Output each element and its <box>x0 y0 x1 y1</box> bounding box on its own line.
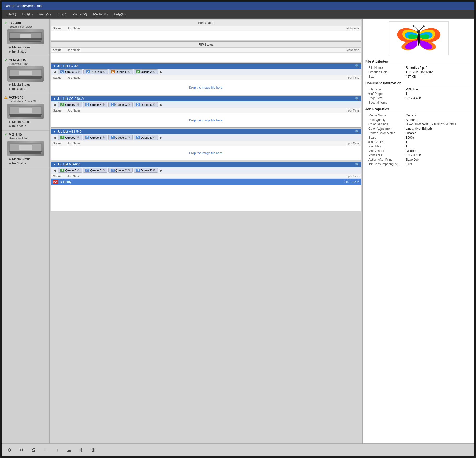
gear-icon-c-mg640[interactable]: ⚙ <box>128 169 130 172</box>
gear-icon-c-lg300[interactable]: ⚙ <box>77 70 80 73</box>
collapse-btn-co640uv[interactable]: ▼ <box>53 97 56 100</box>
attr-row-tiles: # of Tiles 1 <box>365 145 472 148</box>
queue-prev-mg640[interactable]: ◀ <box>53 168 57 172</box>
job-table-header-vg3540: Status Job Name Input Time <box>51 141 361 146</box>
queue-tab-d-co640uv[interactable]: D Queue D ⚙ <box>134 102 158 107</box>
attr-value-inkconsumption: 0.09 <box>406 162 472 166</box>
queue-tab-d-vg3540[interactable]: D Queue D ⚙ <box>134 135 158 140</box>
job-table-header-lg300: Status Job Name Input Time <box>51 75 361 80</box>
drop-zone-lg300[interactable]: Drop the image file here. <box>51 80 361 95</box>
attr-row-creation-date: Creation Date 1/11/2023 15:07:02 <box>365 70 472 74</box>
attr-value-printercolormatch: Disable <box>406 131 472 135</box>
menu-media[interactable]: Media(M) <box>91 11 110 17</box>
collapse-btn-vg3540[interactable]: ▼ <box>53 130 56 133</box>
drop-zone-vg3540[interactable]: Drop the image file here. <box>51 146 361 160</box>
queue-tab-a-co640uv[interactable]: A Queue A ⚙ <box>58 102 82 107</box>
queue-tab-d-mg640[interactable]: D Queue D ⚙ <box>134 168 158 173</box>
gear-icon-b-mg640[interactable]: ⚙ <box>102 169 105 172</box>
queue-prev-co640uv[interactable]: ◀ <box>53 103 57 107</box>
collapse-btn-mg640[interactable]: ▼ <box>53 163 56 166</box>
queue-tab-e-lg300[interactable]: E Queue E ⚙ <box>109 69 133 74</box>
queue-next-mg640[interactable]: ▶ <box>159 168 163 172</box>
drop-zone-co640uv[interactable]: Drop the image file here. <box>51 113 361 127</box>
printer-name-co640uv[interactable]: CO-640UV <box>4 58 47 62</box>
search-btn-vg3540[interactable]: 🔍 <box>355 130 359 133</box>
queue-next-vg3540[interactable]: ▶ <box>159 135 163 140</box>
collapse-btn-lg300[interactable]: ▼ <box>53 65 56 67</box>
menu-edit[interactable]: Edit(E) <box>20 11 35 17</box>
loading-button[interactable]: ✳ <box>77 445 86 455</box>
search-btn-co640uv[interactable]: 🔍 <box>355 97 359 101</box>
queue-tab-d-lg300[interactable]: D Queue D ⚙ <box>83 69 108 74</box>
queue-tab-c-lg300[interactable]: C Queue C ⚙ <box>58 69 82 74</box>
printer-name-lg300[interactable]: LG-300 <box>4 21 47 25</box>
queue-tab-b-vg3540[interactable]: B Queue B ⚙ <box>83 135 107 140</box>
cloud-button[interactable]: ☁ <box>65 445 74 455</box>
attr-label-medianame: Media Name <box>365 114 406 117</box>
attr-value-specialitems <box>406 101 472 104</box>
ink-status-link-lg300[interactable]: Ink Status <box>9 49 47 54</box>
search-btn-lg300[interactable]: 🔍 <box>355 64 359 68</box>
queue-tab-a-mg640[interactable]: A Queue A ⚙ <box>58 168 82 173</box>
delete-button[interactable]: 🗑 <box>89 445 98 455</box>
rip-status-header: Status Job Name Nickname <box>51 48 361 53</box>
queue-next-co640uv[interactable]: ▶ <box>159 103 163 107</box>
gear-icon-a-co640uv[interactable]: ⚙ <box>77 103 80 106</box>
media-status-link-co640uv[interactable]: Media Status <box>9 83 47 87</box>
gear-icon-c-vg3540[interactable]: ⚙ <box>128 136 130 139</box>
menu-printer[interactable]: Printer(P) <box>70 11 90 17</box>
ink-status-link-mg640[interactable]: Ink Status <box>9 161 47 165</box>
gear-icon-c-co640uv[interactable]: ⚙ <box>128 103 130 106</box>
queue-tab-c-co640uv[interactable]: C Queue C ⚙ <box>108 102 133 107</box>
queue-tabs-vg3540: ◀ A Queue A ⚙ B Queue B ⚙ C Queue C ⚙ <box>51 134 361 141</box>
job-row-butterfly[interactable]: PDF Butterfly 11/01 15:07 <box>51 179 361 185</box>
right-panel: File Attributes File Name Butterfly v2.p… <box>362 19 474 443</box>
queue-tab-b-mg640[interactable]: B Queue B ⚙ <box>83 168 107 173</box>
queue-tab-c-mg640[interactable]: C Queue C ⚙ <box>108 168 133 173</box>
gear-icon-b-vg3540[interactable]: ⚙ <box>102 136 105 139</box>
settings-button[interactable]: ⚙ <box>5 445 14 455</box>
gear-icon-d-vg3540[interactable]: ⚙ <box>153 136 155 139</box>
media-status-link-vg3540[interactable]: Media Status <box>9 120 47 124</box>
app-frame: Roland VersaWorks Dual File(F) Edit(E) V… <box>0 0 476 458</box>
printer-name-mg640[interactable]: MG-640 <box>4 133 47 137</box>
job-table-header-mg640: Status Job Name Input Time <box>51 174 361 179</box>
menu-help[interactable]: Help(H) <box>111 11 128 17</box>
printer-item-vg3540: VG3-540 Secondary Power OFF Media Status… <box>2 93 49 131</box>
menu-file[interactable]: File(F) <box>4 11 19 17</box>
menu-view[interactable]: View(V) <box>36 11 53 17</box>
gear-icon-d-lg300[interactable]: ⚙ <box>103 70 105 73</box>
attr-row-scale: Scale 100% <box>365 136 472 139</box>
search-btn-mg640[interactable]: 🔍 <box>355 163 359 166</box>
status-icon-co640uv <box>4 58 7 62</box>
gear-icon-a-mg640[interactable]: ⚙ <box>77 169 80 172</box>
pause-button[interactable]: ⏸ <box>41 445 50 455</box>
ink-status-link-co640uv[interactable]: Ink Status <box>9 87 47 91</box>
media-status-link-mg640[interactable]: Media Status <box>9 157 47 161</box>
print-status-header: Status Job Name Nickname <box>51 26 361 31</box>
gear-icon-d-mg640[interactable]: ⚙ <box>153 169 155 172</box>
media-status-link-lg300[interactable]: Media Status <box>9 45 47 49</box>
queue-tab-a-lg300[interactable]: A Queue A ⚙ <box>134 69 158 74</box>
attr-row-size: Size 427 KB <box>365 75 472 78</box>
refresh-button[interactable]: ↺ <box>17 445 26 455</box>
gear-icon-d-co640uv[interactable]: ⚙ <box>153 103 155 106</box>
attr-label-creation-date: Creation Date <box>365 70 406 74</box>
download-button[interactable]: ↓ <box>53 445 62 455</box>
job-list-vg3540-titlebar: ▼ Job List VG3-540 🔍 <box>51 129 361 134</box>
printer-name-vg3540[interactable]: VG3-540 <box>4 95 47 100</box>
queue-tab-b-co640uv[interactable]: B Queue B ⚙ <box>83 102 107 107</box>
attr-value-size: 427 KB <box>406 75 472 78</box>
queue-next-lg300[interactable]: ▶ <box>159 70 163 74</box>
queue-tab-c-vg3540[interactable]: C Queue C ⚙ <box>108 135 133 140</box>
menu-job[interactable]: Job(J) <box>54 11 69 17</box>
queue-prev-vg3540[interactable]: ◀ <box>53 135 57 140</box>
gear-icon-e-lg300[interactable]: ⚙ <box>128 70 130 73</box>
gear-icon-a-vg3540[interactable]: ⚙ <box>77 136 80 139</box>
print-button[interactable]: 🖨 <box>29 445 38 455</box>
queue-tab-a-vg3540[interactable]: A Queue A ⚙ <box>58 135 82 140</box>
gear-icon-a-lg300[interactable]: ⚙ <box>153 70 155 73</box>
queue-prev-lg300[interactable]: ◀ <box>53 70 57 74</box>
gear-icon-b-co640uv[interactable]: ⚙ <box>102 103 105 106</box>
ink-status-link-vg3540[interactable]: Ink Status <box>9 124 47 128</box>
